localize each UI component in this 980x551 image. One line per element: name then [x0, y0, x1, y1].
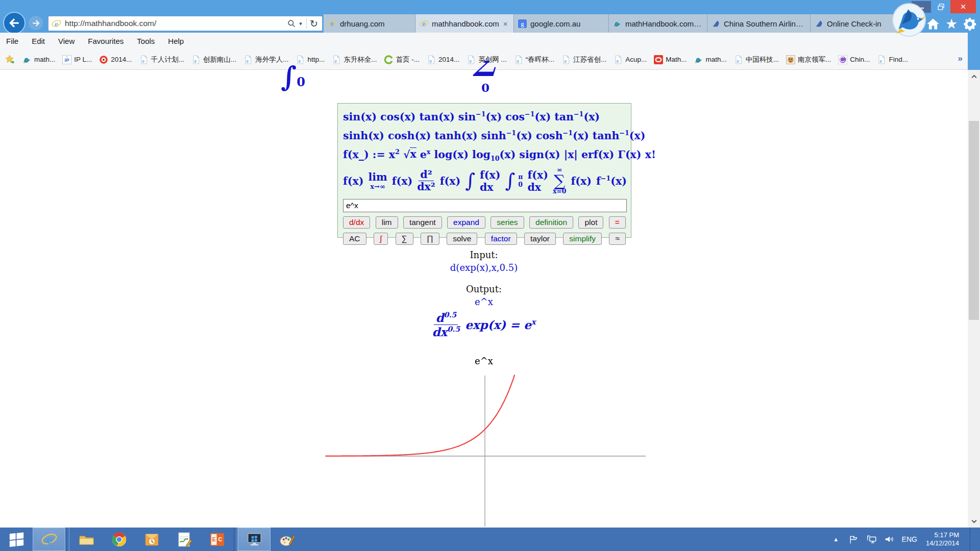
- favorite-item[interactable]: 首页 -...: [381, 54, 423, 66]
- favorite-item[interactable]: iPIP L...: [59, 54, 95, 66]
- favorite-item[interactable]: eFind...: [874, 54, 911, 66]
- favorite-label: IP L...: [74, 56, 92, 63]
- favorite-label: 首页 -...: [396, 55, 420, 64]
- favorite-item[interactable]: e千人计划...: [136, 54, 187, 66]
- menu-edit[interactable]: Edit: [32, 37, 45, 45]
- calc-button-lim[interactable]: lim: [376, 216, 398, 229]
- scroll-down-button[interactable]: [968, 514, 980, 528]
- scrollbar-thumb[interactable]: [969, 121, 979, 320]
- tab-china-southern-airline-[interactable]: China Southern Airline...: [707, 14, 811, 33]
- tab-mathhandbook-com[interactable]: emathhandbook.com×: [415, 14, 514, 33]
- favorite-item[interactable]: e2014...: [424, 54, 462, 66]
- calc-button--[interactable]: ∑: [396, 233, 413, 245]
- calc-button--[interactable]: ∏: [421, 233, 439, 245]
- inverse-function-label: f−1(x): [596, 174, 627, 187]
- tab-mathhandbook-com-[interactable]: mathHandbook.com -...: [609, 14, 707, 33]
- home-button[interactable]: [926, 17, 940, 31]
- calc-button--[interactable]: ∫: [374, 233, 388, 245]
- add-favorite-star-icon[interactable]: [4, 54, 16, 65]
- tab-drhuang-com[interactable]: edrhuang.com: [324, 14, 415, 33]
- calc-button-ac[interactable]: AC: [343, 233, 366, 245]
- favorite-item[interactable]: eAcup...: [610, 54, 650, 66]
- start-button[interactable]: [0, 528, 33, 551]
- taskbar-outlook[interactable]: [135, 528, 168, 551]
- svg-text:e: e: [737, 58, 739, 63]
- back-button[interactable]: [4, 13, 24, 33]
- tab-online-check-in[interactable]: Online Check-in: [811, 14, 900, 33]
- ie-favicon: e: [420, 19, 428, 28]
- favorite-item[interactable]: e江苏省创...: [558, 54, 609, 66]
- calc-button-d-dx[interactable]: d/dx: [343, 216, 370, 229]
- calc-button-definition[interactable]: definition: [529, 216, 573, 229]
- action-center-flag-icon[interactable]: [848, 534, 860, 545]
- ec-icon: EC: [209, 532, 225, 547]
- forward-button[interactable]: [29, 16, 43, 30]
- favorite-item[interactable]: e“春晖杯...: [511, 54, 557, 66]
- svg-text:e: e: [517, 58, 519, 63]
- favorite-label: “春晖杯...: [526, 55, 554, 64]
- menu-file[interactable]: File: [6, 37, 18, 45]
- search-dropdown-caret[interactable]: ▾: [297, 20, 304, 27]
- taskbar-paint[interactable]: [271, 528, 303, 551]
- menu-favourites[interactable]: Favourites: [88, 37, 124, 45]
- hidden-icons-button[interactable]: ▲: [830, 534, 842, 545]
- calc-button-series[interactable]: series: [491, 216, 524, 229]
- paint-icon: [279, 532, 295, 547]
- taskbar-file-explorer[interactable]: [70, 528, 103, 551]
- favorite-item[interactable]: e创新南山...: [188, 54, 239, 66]
- taskbar-notes-app[interactable]: [168, 528, 201, 551]
- search-icon[interactable]: [286, 19, 297, 28]
- calc-button-simplify[interactable]: simplify: [563, 233, 602, 245]
- favorite-item[interactable]: e东升杯全...: [329, 54, 380, 66]
- red-o-favicon: [654, 55, 663, 64]
- menu-view[interactable]: View: [58, 37, 75, 45]
- volume-icon[interactable]: [884, 534, 895, 545]
- calc-button--[interactable]: ≈: [609, 233, 626, 245]
- taskbar-chrome[interactable]: [103, 528, 135, 551]
- page-favicon: e: [243, 55, 253, 64]
- taskbar-ec-app[interactable]: EC: [201, 528, 233, 551]
- favorite-item[interactable]: Math...: [651, 54, 690, 66]
- svg-text:e: e: [335, 58, 337, 63]
- calculator-button-row-1: d/dxlimtangentexpandseriesdefinitionplot…: [343, 216, 626, 229]
- address-bar[interactable]: e http://mathhandbook.com/ ▾ ↻: [48, 16, 323, 31]
- calc-button-tangent[interactable]: tangent: [403, 216, 442, 229]
- tab-google-com-au[interactable]: ggoogle.com.au: [514, 14, 609, 33]
- settings-button[interactable]: [963, 17, 977, 31]
- calc-button-expand[interactable]: expand: [447, 216, 485, 229]
- calc-button-factor[interactable]: factor: [485, 233, 517, 245]
- menu-help[interactable]: Help: [168, 37, 184, 45]
- taskbar-display-app[interactable]: [238, 528, 271, 551]
- show-desktop-button[interactable]: [970, 528, 975, 551]
- favorite-item[interactable]: 2014...: [96, 54, 135, 66]
- menu-tools[interactable]: Tools: [137, 37, 155, 45]
- refresh-icon[interactable]: ↻: [309, 18, 319, 30]
- tab-close-button[interactable]: ×: [503, 19, 508, 28]
- taskbar-internet-explorer[interactable]: e: [33, 528, 65, 551]
- scroll-up-button[interactable]: [968, 70, 980, 83]
- calc-button-plot[interactable]: plot: [578, 216, 603, 229]
- vertical-scrollbar[interactable]: [968, 70, 980, 528]
- favorite-item[interactable]: e中国科技...: [731, 54, 782, 66]
- fractional-derivative-formula: d0.5 dx0.5 exp(x) = ex: [0, 311, 968, 339]
- bird-favicon: [613, 19, 622, 28]
- restore-button[interactable]: [932, 1, 949, 13]
- favorite-item[interactable]: math...: [19, 54, 58, 66]
- page-favicon: e: [614, 55, 623, 64]
- calc-button--[interactable]: =: [609, 216, 626, 229]
- favorite-item[interactable]: math...: [691, 54, 730, 66]
- expression-input[interactable]: [343, 199, 627, 212]
- network-icon[interactable]: [866, 534, 877, 545]
- favorite-label: http...: [307, 56, 325, 63]
- calc-button-taylor[interactable]: taylor: [524, 233, 556, 245]
- close-button[interactable]: [950, 0, 976, 13]
- favorites-overflow-chevron[interactable]: »: [958, 54, 963, 64]
- clock[interactable]: 5:17 PM 14/12/2014: [926, 531, 959, 547]
- language-indicator[interactable]: ENG: [902, 535, 917, 543]
- favorite-item[interactable]: 南京领军...: [783, 54, 834, 66]
- favorite-item[interactable]: Chin...: [835, 54, 873, 66]
- back-arrow-icon: [8, 16, 21, 30]
- calc-button-solve[interactable]: solve: [447, 233, 477, 245]
- tiger-favicon: [786, 55, 795, 64]
- favorites-button[interactable]: ★: [944, 17, 959, 31]
